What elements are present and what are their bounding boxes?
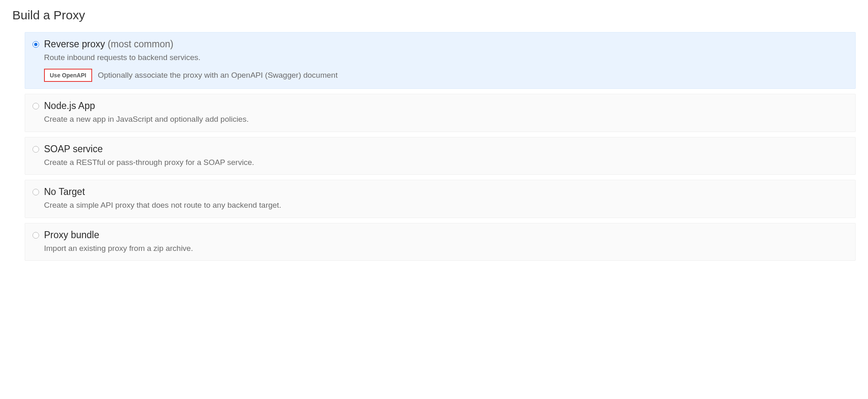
option-title: Reverse proxy (most common): [44, 38, 848, 51]
option-proxy-bundle[interactable]: Proxy bundle Import an existing proxy fr…: [25, 223, 856, 261]
option-nodejs-app[interactable]: Node.js App Create a new app in JavaScri…: [25, 94, 856, 132]
radio-nodejs-wrap: [32, 100, 41, 111]
radio-soap-wrap: [32, 143, 41, 154]
option-title: Node.js App: [44, 100, 848, 112]
use-openapi-button[interactable]: Use OpenAPI: [44, 69, 92, 82]
option-title-qualifier: (most common): [108, 39, 174, 49]
option-extra-description: Optionally associate the proxy with an O…: [98, 71, 338, 80]
page-title: Build a Proxy: [12, 8, 856, 22]
option-description: Create a simple API proxy that does not …: [44, 200, 848, 211]
option-title-text: Reverse proxy: [44, 39, 105, 49]
option-description: Route inbound requests to backend servic…: [44, 52, 848, 63]
option-description: Create a RESTful or pass-through proxy f…: [44, 157, 848, 168]
option-body: No Target Create a simple API proxy that…: [44, 186, 848, 211]
option-title-text: Proxy bundle: [44, 230, 99, 240]
radio-no-target[interactable]: [32, 189, 39, 195]
proxy-type-options: Reverse proxy (most common) Route inboun…: [25, 32, 856, 261]
option-extra-row: Use OpenAPI Optionally associate the pro…: [44, 69, 848, 82]
option-body: Proxy bundle Import an existing proxy fr…: [44, 229, 848, 254]
option-soap-service[interactable]: SOAP service Create a RESTful or pass-th…: [25, 137, 856, 175]
option-title-text: SOAP service: [44, 144, 103, 154]
option-body: Reverse proxy (most common) Route inboun…: [44, 38, 848, 82]
option-body: SOAP service Create a RESTful or pass-th…: [44, 143, 848, 168]
option-title-text: Node.js App: [44, 100, 95, 111]
option-description: Create a new app in JavaScript and optio…: [44, 114, 848, 125]
option-description: Import an existing proxy from a zip arch…: [44, 243, 848, 254]
option-no-target[interactable]: No Target Create a simple API proxy that…: [25, 180, 856, 218]
option-title-text: No Target: [44, 186, 85, 197]
radio-no-target-wrap: [32, 186, 41, 197]
option-title: Proxy bundle: [44, 229, 848, 241]
option-title: SOAP service: [44, 143, 848, 155]
radio-soap-service[interactable]: [32, 146, 39, 153]
radio-reverse-proxy-wrap: [32, 38, 41, 49]
option-reverse-proxy[interactable]: Reverse proxy (most common) Route inboun…: [25, 32, 856, 89]
option-body: Node.js App Create a new app in JavaScri…: [44, 100, 848, 125]
radio-reverse-proxy[interactable]: [32, 41, 39, 48]
radio-proxy-bundle[interactable]: [32, 232, 39, 239]
option-title: No Target: [44, 186, 848, 198]
radio-proxy-bundle-wrap: [32, 229, 41, 240]
radio-nodejs-app[interactable]: [32, 103, 39, 109]
